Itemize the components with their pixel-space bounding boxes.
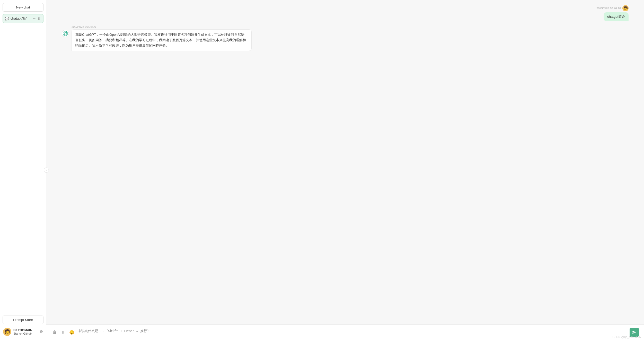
assistant-message-bubble: 我是ChatGPT，一个由OpenAI训练的大型语言模型。我被设计用于回答各种问… — [72, 29, 252, 51]
user-message-timestamp: 2023/3/28 10:26:16 — [596, 7, 621, 10]
prompt-store-button[interactable]: Prompt Store — [3, 316, 43, 324]
chat-messages: 2023/3/28 10:26:16 🧑 chatgpt简介 2023/3/28… — [46, 0, 644, 324]
assistant-message: 2023/3/28 10:26:26 我是ChatGPT，一个由OpenAI训练… — [62, 25, 629, 51]
user-message-bubble: chatgpt简介 — [604, 12, 629, 21]
chat-item-actions: ✏ 🗑 — [32, 16, 41, 21]
user-info: 🧑 SKYDOMAIN Star on Github ⚙ — [3, 327, 43, 337]
assistant-content: 2023/3/28 10:26:26 我是ChatGPT，一个由OpenAI训练… — [72, 25, 252, 51]
github-link: Star on Github — [13, 332, 38, 335]
chat-item[interactable]: 💬 chatgpt简介 ✏ 🗑 — [3, 14, 43, 23]
collapse-button[interactable]: ‹ — [44, 168, 49, 173]
user-text: SKYDOMAIN Star on Github — [13, 328, 38, 335]
new-chat-button[interactable]: New chat — [3, 3, 43, 12]
settings-button[interactable]: ⚙ — [40, 329, 43, 334]
username: SKYDOMAIN — [13, 328, 38, 332]
chat-icon: 💬 — [5, 17, 9, 21]
main-chat-area: 2023/3/28 10:26:16 🧑 chatgpt简介 2023/3/28… — [46, 0, 644, 340]
input-area: 🗑 ⬇ 😊 — [46, 324, 644, 340]
sidebar: New chat 💬 chatgpt简介 ✏ 🗑 Prompt Store 🧑 … — [0, 0, 46, 340]
download-button[interactable]: ⬇ — [60, 329, 66, 336]
delete-chat-button[interactable]: 🗑 — [37, 16, 41, 21]
chat-item-label: chatgpt简介 — [11, 16, 31, 21]
sidebar-bottom: Prompt Store 🧑 SKYDOMAIN Star on Github … — [3, 313, 43, 337]
delete-input-button[interactable]: 🗑 — [51, 329, 58, 336]
watermark: CSDN @qq_43603247 — [612, 335, 641, 338]
user-message-meta: 2023/3/28 10:26:16 🧑 — [596, 5, 629, 11]
chat-input[interactable] — [78, 329, 627, 336]
chat-list: 💬 chatgpt简介 ✏ 🗑 — [3, 14, 43, 313]
edit-chat-button[interactable]: ✏ — [32, 16, 36, 21]
avatar: 🧑 — [3, 328, 11, 336]
emoji-button[interactable]: 😊 — [68, 329, 75, 336]
user-message: 2023/3/28 10:26:16 🧑 chatgpt简介 — [62, 5, 629, 21]
assistant-avatar — [62, 30, 69, 37]
assistant-message-timestamp: 2023/3/28 10:26:26 — [72, 25, 252, 28]
user-avatar-icon: 🧑 — [622, 5, 629, 11]
